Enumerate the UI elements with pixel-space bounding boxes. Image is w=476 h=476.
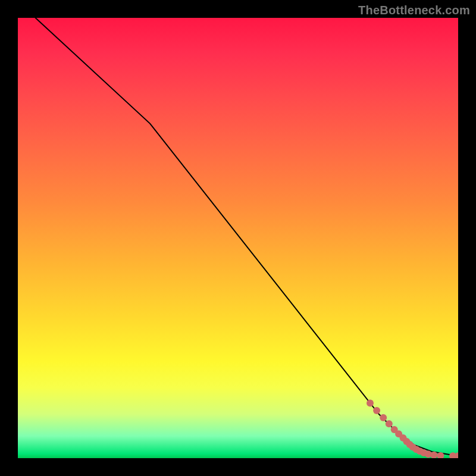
- plot-area: [18, 18, 458, 458]
- data-point: [380, 414, 387, 421]
- data-point: [367, 400, 374, 407]
- curve-path: [36, 18, 458, 456]
- chart-overlay: [18, 18, 458, 458]
- scatter-points: [367, 400, 458, 459]
- curve-line: [36, 18, 458, 456]
- data-point: [373, 407, 380, 414]
- data-point: [386, 420, 393, 427]
- watermark-label: TheBottleneck.com: [358, 4, 470, 17]
- chart-frame: TheBottleneck.com: [0, 0, 476, 476]
